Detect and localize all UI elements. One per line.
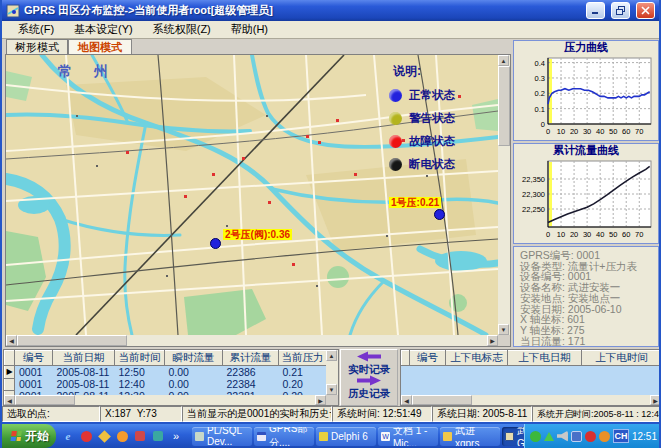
menu-help[interactable]: 帮助(H) [221, 21, 278, 38]
tab-map-mode[interactable]: 地图模式 [68, 39, 132, 55]
marker-label-2[interactable]: 2号压(阀):0.36 [223, 229, 292, 240]
menu-system[interactable]: 系统(F) [8, 21, 64, 38]
minimize-button[interactable] [586, 2, 605, 19]
word-icon: W [381, 432, 390, 441]
tray-agent-icon[interactable] [599, 431, 610, 442]
svg-text:22,250: 22,250 [522, 205, 545, 214]
overflow-chevron-icon[interactable]: » [169, 429, 183, 443]
column-header[interactable]: 当前压力 [279, 351, 327, 366]
svg-text:0: 0 [546, 230, 550, 239]
device-marker-1[interactable] [434, 209, 445, 220]
record-switch-panel: 实时记录 历史记录 [340, 349, 398, 406]
map-viewport[interactable]: 常 州 说明: 正常状态 警告状态 故障状态 断电状态 [6, 55, 498, 335]
column-header[interactable]: 当前时间 [115, 351, 165, 366]
device-marker-2[interactable] [210, 238, 221, 249]
legend-title: 说明: [393, 63, 497, 80]
power-table[interactable]: 编号上下电标志上下电日期上下电时间 [401, 350, 661, 366]
scrollbar-thumb[interactable] [412, 395, 472, 405]
close-button[interactable] [636, 2, 655, 19]
svg-text:10: 10 [557, 230, 565, 239]
scroll-left-icon[interactable]: ◀ [6, 335, 17, 346]
clock[interactable]: 12:51 [632, 431, 657, 442]
tray-display-icon[interactable] [571, 431, 582, 442]
svg-text:70: 70 [635, 230, 643, 239]
scrollbar-thumb[interactable] [17, 335, 127, 346]
column-header[interactable]: 编号 [15, 351, 53, 366]
column-header[interactable]: 上下电时间 [582, 351, 661, 366]
scroll-up-icon[interactable]: ▲ [326, 350, 337, 361]
table-horizontal-scrollbar[interactable]: ◀ ▶ [401, 395, 661, 405]
realtime-records-button[interactable]: 实时记录 [341, 364, 397, 375]
package-icon[interactable] [97, 429, 111, 443]
start-button[interactable]: 开始 [2, 424, 56, 448]
svg-text:50: 50 [609, 230, 617, 239]
svg-text:60: 60 [622, 230, 630, 239]
restore-button[interactable] [611, 2, 630, 19]
scroll-right-icon[interactable]: ▶ [650, 395, 661, 405]
flow-chart: 01020304050607022,25022,30022,350 [516, 157, 656, 240]
pressure-chart: 01020304050607000.10.20.30.4 [516, 54, 656, 137]
svg-text:0.2: 0.2 [535, 89, 545, 98]
column-header[interactable]: 上下电标志 [446, 351, 508, 366]
table-row[interactable]: 00012005-08-1112:400.00223840.20 [5, 378, 327, 390]
browser-ball-icon[interactable] [115, 429, 129, 443]
history-records-button[interactable]: 历史记录 [341, 388, 397, 399]
task-gprs-app[interactable]: 武进GPRS... [502, 427, 524, 446]
messenger-icon[interactable] [151, 429, 165, 443]
column-header[interactable]: 累计流量 [223, 351, 279, 366]
table-row[interactable]: ▶00012005-08-1112:500.00223860.21 [5, 366, 327, 379]
arrow-right-icon[interactable] [355, 375, 383, 386]
task-plsql[interactable]: PL/SQL Dev... [192, 427, 252, 446]
menu-permissions[interactable]: 系统权限(Z) [143, 21, 221, 38]
column-header[interactable]: 编号 [410, 351, 446, 366]
task-buttons: PL/SQL Dev... GPRS部分.... Delphi 6 W文档 1 … [188, 427, 524, 446]
menu-basic-settings[interactable]: 基本设定(Y) [64, 21, 143, 38]
task-gprs-doc[interactable]: GPRS部分.... [254, 427, 314, 446]
column-header[interactable]: 当前日期 [53, 351, 115, 366]
scroll-right-icon[interactable]: ▶ [315, 395, 326, 405]
scrollbar-thumb[interactable] [498, 66, 510, 146]
scroll-right-icon[interactable]: ▶ [487, 335, 498, 346]
internet-explorer-icon[interactable]: e [61, 429, 75, 443]
quick-launch: e » [56, 429, 188, 443]
scroll-left-icon[interactable]: ◀ [4, 395, 15, 405]
normal-state-icon [389, 89, 402, 102]
scroll-down-icon[interactable]: ▼ [498, 324, 509, 335]
table-vertical-scrollbar[interactable]: ▲ ▼ [326, 350, 338, 395]
scrollbar-thumb[interactable] [15, 395, 75, 405]
scroll-left-icon[interactable]: ◀ [401, 395, 412, 405]
map-horizontal-scrollbar[interactable]: ◀ ▶ [6, 335, 498, 346]
svg-text:60: 60 [622, 127, 630, 136]
task-delphi[interactable]: Delphi 6 [316, 427, 376, 446]
status-bar: 选取的点: X:187 Y:73 当前显示的是0001的实时和历史记录情况! 系… [2, 406, 661, 422]
column-header[interactable]: 上下电日期 [508, 351, 582, 366]
svg-text:0: 0 [541, 120, 545, 129]
image-viewer-icon[interactable] [133, 429, 147, 443]
legend-item-normal: 正常状态 [389, 88, 497, 103]
title-bar[interactable]: GPRS 田区分布监控->当前使用者root[超级管理员] [2, 0, 659, 21]
fault-state-icon [389, 135, 402, 148]
flow-chart-panel: 累计流量曲线 01020304050607022,25022,30022,350 [513, 143, 659, 244]
city-name-label: 常 州 [58, 63, 117, 81]
svg-text:20: 20 [570, 127, 578, 136]
marker-label-1[interactable]: 1号压:0.21 [389, 197, 441, 208]
arrow-left-icon[interactable] [355, 351, 383, 362]
scroll-up-icon[interactable]: ▲ [498, 55, 509, 66]
task-folder[interactable]: 武进xgprs [440, 427, 500, 446]
tray-sync-icon[interactable] [530, 431, 541, 442]
tray-volume-icon[interactable] [557, 431, 568, 442]
scroll-down-icon[interactable]: ▼ [326, 384, 337, 395]
tray-antivirus-icon[interactable] [585, 431, 596, 442]
table-horizontal-scrollbar[interactable]: ◀ ▶ [4, 395, 326, 405]
menu-bar: 系统(F) 基本设定(Y) 系统权限(Z) 帮助(H) [2, 21, 659, 39]
legend-item-warning: 警告状态 [389, 111, 497, 126]
realtime-records-panel: 编号当前日期当前时间瞬时流量累计流量当前压力▶00012005-08-1112:… [3, 349, 339, 406]
map-vertical-scrollbar[interactable]: ▲ ▼ [498, 55, 510, 335]
ime-indicator[interactable]: CH [613, 429, 629, 443]
tray-upload-icon[interactable] [544, 432, 554, 441]
realtime-table[interactable]: 编号当前日期当前时间瞬时流量累计流量当前压力▶00012005-08-1112:… [4, 350, 326, 395]
task-word-doc[interactable]: W文档 1 - Mic... [378, 427, 438, 446]
tab-tree-mode[interactable]: 树形模式 [6, 39, 68, 55]
column-header[interactable]: 瞬时流量 [165, 351, 223, 366]
media-player-icon[interactable] [79, 429, 93, 443]
